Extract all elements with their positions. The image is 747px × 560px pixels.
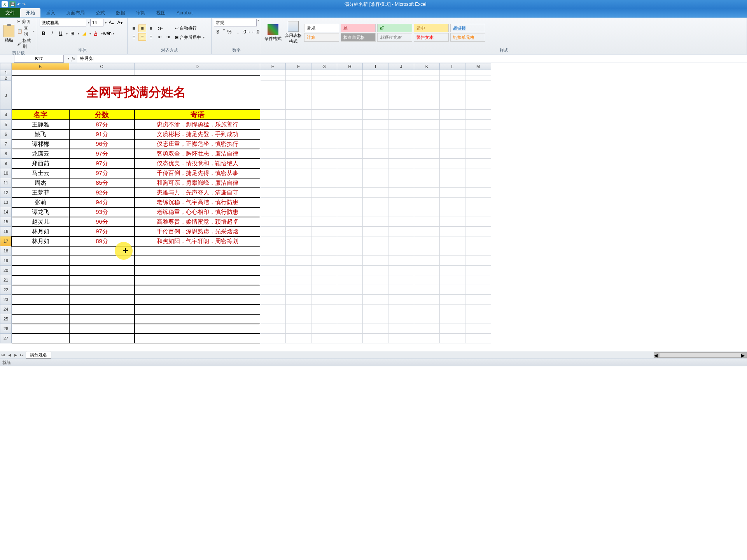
sheet-nav-last[interactable]: ⏭ [19, 352, 25, 358]
cell[interactable] [363, 130, 388, 139]
cell[interactable] [337, 275, 363, 285]
cell[interactable] [388, 256, 414, 266]
cell[interactable] [286, 217, 311, 227]
table-row[interactable]: 林月如 [12, 236, 69, 246]
cell[interactable] [440, 266, 465, 275]
cell[interactable] [69, 70, 135, 75]
fx-icon[interactable]: fx [69, 56, 77, 62]
cell[interactable] [260, 178, 286, 188]
table-row[interactable] [69, 324, 135, 334]
table-row[interactable] [135, 256, 260, 266]
cell[interactable] [363, 188, 388, 198]
row-header-23[interactable]: 23 [0, 295, 12, 304]
row-header-13[interactable]: 13 [0, 198, 12, 207]
table-row[interactable] [12, 324, 69, 334]
cell[interactable] [260, 246, 286, 256]
cell[interactable] [311, 295, 337, 304]
style-link[interactable]: 超链接 [450, 24, 485, 32]
cell[interactable] [311, 130, 337, 139]
table-row[interactable]: 96分 [69, 217, 135, 227]
cell[interactable] [311, 70, 337, 75]
cell[interactable] [286, 178, 311, 188]
cell[interactable] [465, 314, 491, 324]
cell[interactable] [388, 130, 414, 139]
cell[interactable] [286, 188, 311, 198]
col-header-M[interactable]: M [465, 63, 491, 70]
cell[interactable] [260, 227, 286, 236]
cell[interactable] [414, 304, 440, 314]
cell[interactable] [363, 75, 388, 81]
style-calc[interactable]: 计算 [304, 33, 339, 42]
cell[interactable] [311, 304, 337, 314]
style-check[interactable]: 检查单元格 [341, 33, 376, 42]
row-header-21[interactable]: 21 [0, 275, 12, 285]
cell[interactable] [311, 120, 337, 130]
cell[interactable] [337, 256, 363, 266]
cell[interactable] [414, 198, 440, 207]
cell[interactable] [465, 110, 491, 120]
cell[interactable] [363, 334, 388, 343]
cell[interactable] [337, 188, 363, 198]
row-header-26[interactable]: 26 [0, 324, 12, 334]
cell[interactable] [337, 314, 363, 324]
italic-button[interactable]: I [48, 30, 56, 37]
cell[interactable] [388, 75, 414, 81]
cell[interactable] [388, 304, 414, 314]
cell[interactable] [388, 110, 414, 120]
cell[interactable] [465, 304, 491, 314]
table-row[interactable]: 87分 [69, 120, 135, 130]
tab-data[interactable]: 数据 [110, 8, 131, 18]
tab-layout[interactable]: 页面布局 [61, 8, 90, 18]
cell[interactable] [440, 81, 465, 110]
align-top-button[interactable]: ≡ [130, 24, 138, 32]
cut-button[interactable]: ✂剪切 [17, 19, 35, 24]
table-row[interactable]: 仪态庄重，正襟危坐，慎密执行 [135, 139, 260, 149]
cell[interactable] [465, 324, 491, 334]
cell[interactable] [311, 275, 337, 285]
row-header-22[interactable]: 22 [0, 285, 12, 295]
cell[interactable] [363, 256, 388, 266]
cell[interactable] [440, 120, 465, 130]
table-row[interactable]: 郑西茹 [12, 159, 69, 168]
cell[interactable] [440, 70, 465, 75]
cell[interactable] [440, 207, 465, 217]
cell[interactable] [465, 139, 491, 149]
cell[interactable] [286, 159, 311, 168]
cell[interactable] [286, 207, 311, 217]
row-header-24[interactable]: 24 [0, 304, 12, 314]
table-row[interactable] [12, 314, 69, 324]
table-row[interactable] [135, 275, 260, 285]
cell[interactable] [388, 139, 414, 149]
cell[interactable] [286, 246, 311, 256]
header-msg[interactable]: 寄语 [135, 110, 260, 120]
cell[interactable] [260, 295, 286, 304]
table-row[interactable] [135, 246, 260, 256]
table-row[interactable]: 患难与共，先声夺人，清廉自守 [135, 188, 260, 198]
cell[interactable] [388, 285, 414, 295]
cell[interactable] [286, 266, 311, 275]
row-header-18[interactable]: 18 [0, 246, 12, 256]
cell[interactable] [363, 120, 388, 130]
cell[interactable] [414, 168, 440, 178]
cell[interactable] [440, 295, 465, 304]
cell[interactable] [260, 236, 286, 246]
cell[interactable] [414, 334, 440, 343]
cell[interactable] [414, 188, 440, 198]
table-row[interactable] [69, 285, 135, 295]
table-row[interactable] [135, 324, 260, 334]
table-row[interactable] [135, 266, 260, 275]
cell[interactable] [414, 324, 440, 334]
align-middle-button[interactable]: ≡ [138, 24, 146, 32]
number-format-select[interactable]: 常规 [214, 19, 257, 26]
row-header-2[interactable]: 2 [0, 75, 12, 81]
cell[interactable] [465, 75, 491, 81]
cell[interactable] [388, 149, 414, 159]
cell[interactable] [440, 227, 465, 236]
table-title[interactable]: 全网寻找满分姓名 [12, 75, 260, 110]
cell[interactable] [363, 207, 388, 217]
cell[interactable] [388, 168, 414, 178]
cell[interactable] [337, 324, 363, 334]
row-header-17[interactable]: 17 [0, 236, 12, 246]
cell[interactable] [260, 159, 286, 168]
cell[interactable] [311, 246, 337, 256]
